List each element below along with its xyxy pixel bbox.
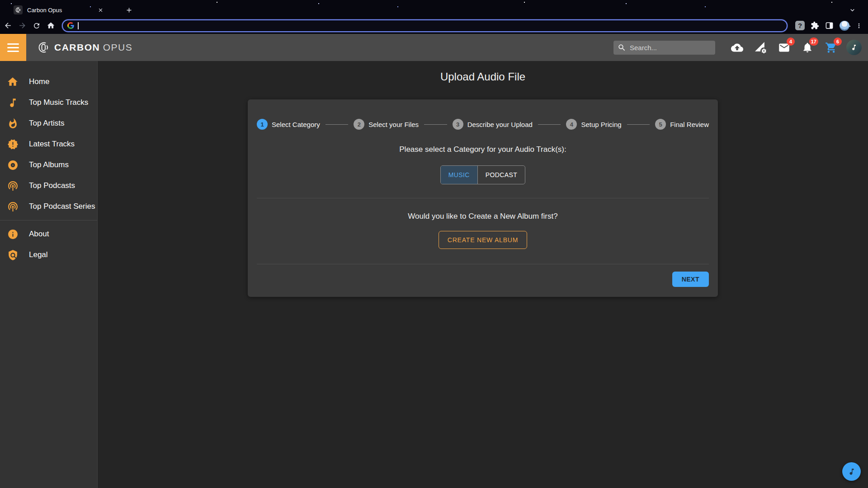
browser-home-button[interactable] <box>47 21 55 30</box>
sidebar-item-top-music-tracks[interactable]: Top Music Tracks <box>0 92 97 113</box>
step-number: 2 <box>354 119 364 130</box>
step-number: 5 <box>655 119 666 130</box>
step-final-review: 5 Final Review <box>655 119 709 130</box>
step-connector <box>326 124 349 125</box>
back-button[interactable] <box>4 21 12 30</box>
messages-badge: 4 <box>787 38 795 46</box>
sidebar-item-legal[interactable]: Legal <box>0 244 97 265</box>
sidebar-item-label: Top Podcast Series <box>29 202 95 211</box>
stepper: 1 Select Category 2 Select your Files 3 … <box>257 119 709 130</box>
google-icon <box>67 22 74 29</box>
search-icon <box>618 43 626 52</box>
data-settings-icon[interactable] <box>754 41 767 54</box>
sidebar-item-top-podcasts[interactable]: Top Podcasts <box>0 175 97 196</box>
sidebar-item-label: Top Artists <box>29 119 64 128</box>
step-label: Setup Pricing <box>581 121 621 128</box>
main-content: Upload Audio File 1 Select Category 2 Se… <box>98 61 868 488</box>
new-tab-button[interactable] <box>125 6 133 14</box>
create-new-album-button[interactable]: CREATE NEW ALBUM <box>439 231 527 249</box>
sidebar: Home Top Music Tracks Top Artists Latest… <box>0 61 98 488</box>
step-connector <box>538 124 561 125</box>
search-input[interactable] <box>613 41 715 55</box>
forward-button[interactable] <box>18 21 27 30</box>
reload-button[interactable] <box>33 22 41 30</box>
sidebar-item-label: Top Podcasts <box>29 181 75 190</box>
step-setup-pricing: 4 Setup Pricing <box>566 119 621 130</box>
step-label: Select Category <box>272 121 320 128</box>
sidebar-item-top-artists[interactable]: Top Artists <box>0 113 97 134</box>
step-number: 3 <box>453 119 463 130</box>
browser-chrome: Carbon Opus <box>0 0 868 34</box>
tab-list-chevron-icon[interactable] <box>849 6 856 14</box>
sidebar-item-label: Home <box>29 77 49 86</box>
music-note-icon <box>848 468 856 476</box>
album-icon <box>6 160 19 171</box>
tab-close-icon[interactable] <box>98 7 104 13</box>
category-toggle-group: MUSIC PODCAST <box>440 165 526 184</box>
side-panel-icon[interactable] <box>825 21 834 30</box>
brand-name-bold: CARBON <box>54 42 100 52</box>
category-prompt: Please select a Category for your Audio … <box>257 145 709 154</box>
step-label: Describe your Upload <box>467 121 533 128</box>
home-icon <box>6 76 19 88</box>
upload-wizard-card: 1 Select Category 2 Select your Files 3 … <box>248 99 718 297</box>
app-header: CARBON OPUS 4 17 6 <box>0 34 868 61</box>
step-select-category: 1 Select Category <box>257 119 320 130</box>
info-icon <box>6 229 19 240</box>
sidebar-item-label: Legal <box>29 250 48 259</box>
category-option-podcast[interactable]: PODCAST <box>477 166 525 184</box>
card-footer: NEXT <box>257 264 709 297</box>
address-bar[interactable] <box>62 19 788 32</box>
podcast-icon <box>6 180 19 192</box>
header-search <box>613 41 715 55</box>
cart-badge: 6 <box>834 38 842 46</box>
tab-strip: Carbon Opus <box>0 0 868 18</box>
flame-icon <box>6 118 19 129</box>
brand-logo-icon <box>37 41 50 54</box>
new-releases-icon <box>6 139 19 150</box>
tab-favicon-icon <box>14 5 23 14</box>
sidebar-item-top-podcast-series[interactable]: Top Podcast Series <box>0 196 97 217</box>
tab-title: Carbon Opus <box>27 7 62 14</box>
screen: Carbon Opus <box>0 0 868 488</box>
browser-tab[interactable]: Carbon Opus <box>10 3 107 17</box>
sidebar-item-label: Top Music Tracks <box>29 98 88 107</box>
menu-button[interactable] <box>0 34 26 61</box>
cart-icon[interactable]: 6 <box>824 41 838 54</box>
brand[interactable]: CARBON OPUS <box>37 41 132 54</box>
browser-menu-icon[interactable] <box>855 22 863 29</box>
help-icon[interactable]: ? <box>795 21 805 30</box>
browser-profile-avatar[interactable] <box>840 21 849 31</box>
notifications-badge: 17 <box>809 38 818 46</box>
step-number: 1 <box>257 119 268 130</box>
messages-icon[interactable]: 4 <box>777 41 791 54</box>
upload-cloud-icon[interactable] <box>730 41 744 54</box>
music-fab-button[interactable] <box>842 462 861 481</box>
sidebar-item-about[interactable]: About <box>0 224 97 244</box>
sidebar-item-top-albums[interactable]: Top Albums <box>0 155 97 175</box>
user-avatar[interactable] <box>846 40 862 55</box>
sidebar-item-latest-tracks[interactable]: Latest Tracks <box>0 134 97 155</box>
notifications-icon[interactable]: 17 <box>801 41 814 54</box>
step-select-your-files: 2 Select your Files <box>354 119 419 130</box>
next-button[interactable]: NEXT <box>672 272 709 287</box>
text-caret <box>78 22 79 29</box>
step-label: Final Review <box>670 121 709 128</box>
page-title: Upload Audio File <box>440 70 525 83</box>
step-number: 4 <box>566 119 577 130</box>
step-connector <box>627 124 650 125</box>
sidebar-item-home[interactable]: Home <box>0 71 97 92</box>
category-option-music[interactable]: MUSIC <box>441 166 477 184</box>
music-note-icon <box>6 97 19 108</box>
browser-toolbar: ? <box>0 18 868 34</box>
extensions-icon[interactable] <box>811 21 819 30</box>
step-label: Select your Files <box>368 121 419 128</box>
sidebar-item-label: Latest Tracks <box>29 140 75 149</box>
brand-name-light: OPUS <box>103 42 133 52</box>
step-describe-your-upload: 3 Describe your Upload <box>453 119 533 130</box>
podcast-icon <box>6 201 19 212</box>
step-connector <box>424 124 447 125</box>
sidebar-divider <box>0 220 97 221</box>
album-prompt: Would you like to Create a New Album fir… <box>257 212 709 221</box>
sidebar-item-label: About <box>29 230 49 239</box>
